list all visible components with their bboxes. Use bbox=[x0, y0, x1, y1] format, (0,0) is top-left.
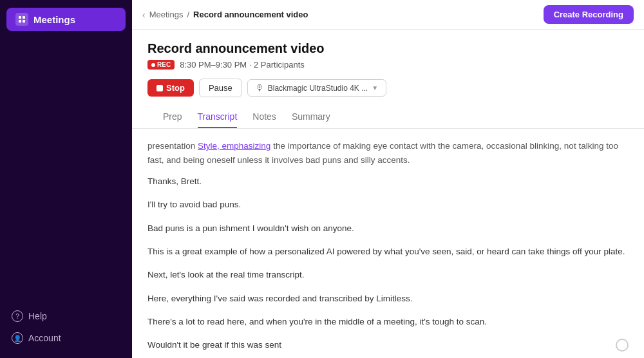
style-link[interactable]: Style, emphasizing bbox=[198, 141, 270, 151]
transcript-intro-text: presentation Style, emphasizing the impo… bbox=[147, 139, 629, 167]
stop-icon bbox=[156, 85, 163, 91]
tab-prep[interactable]: Prep bbox=[163, 106, 182, 128]
transcript-para-8: Wouldn't it be great if this was sent bbox=[147, 338, 629, 352]
transcript-content: presentation Style, emphasizing the impo… bbox=[132, 129, 644, 358]
tab-notes[interactable]: Notes bbox=[252, 106, 276, 128]
audio-device-label: Blackmagic UltraStudio 4K ... bbox=[268, 84, 368, 93]
meeting-controls: Stop Pause 🎙 Blackmagic UltraStudio 4K .… bbox=[147, 79, 629, 97]
svg-rect-0 bbox=[19, 16, 21, 19]
microphone-icon: 🎙 bbox=[256, 83, 264, 93]
transcript-para-2: I'll try to avoid bad puns. bbox=[147, 198, 629, 212]
account-icon: 👤 bbox=[12, 332, 23, 344]
rec-badge: REC bbox=[147, 60, 175, 70]
transcript-para-5: Next, let's look at the real time transc… bbox=[147, 268, 629, 282]
tabs-bar: Prep Transcript Notes Summary bbox=[147, 106, 629, 128]
svg-rect-1 bbox=[23, 16, 25, 19]
sidebar-help-label: Help bbox=[28, 311, 47, 321]
meetings-icon bbox=[15, 13, 28, 26]
sidebar: Meetings ? Help 👤 Account bbox=[0, 0, 132, 358]
sidebar-meetings-button[interactable]: Meetings bbox=[6, 8, 126, 31]
audio-device-selector[interactable]: 🎙 Blackmagic UltraStudio 4K ... ▼ bbox=[247, 79, 386, 97]
back-chevron-icon[interactable]: ‹ bbox=[142, 10, 146, 20]
breadcrumb-separator: / bbox=[187, 10, 189, 19]
meeting-title: Record announcement video bbox=[147, 41, 629, 56]
breadcrumb-current: Record announcement video bbox=[193, 10, 308, 19]
meeting-header: Record announcement video REC 8:30 PM–9:… bbox=[132, 30, 644, 129]
sidebar-meetings-label: Meetings bbox=[33, 14, 75, 25]
tab-transcript[interactable]: Transcript bbox=[198, 106, 238, 128]
sidebar-help-item[interactable]: ? Help bbox=[6, 306, 126, 326]
transcript-para-6: Here, everything I've said was recorded … bbox=[147, 292, 629, 306]
breadcrumb-parent: Meetings bbox=[149, 10, 184, 19]
meeting-time: 8:30 PM–9:30 PM · 2 Participants bbox=[180, 60, 305, 70]
sidebar-account-label: Account bbox=[28, 333, 61, 343]
main-content: ‹ Meetings / Record announcement video C… bbox=[132, 0, 644, 358]
svg-rect-2 bbox=[19, 20, 21, 23]
svg-rect-3 bbox=[23, 20, 25, 23]
breadcrumb: ‹ Meetings / Record announcement video bbox=[142, 10, 308, 20]
transcript-area: presentation Style, emphasizing the impo… bbox=[132, 129, 644, 358]
transcript-para-3: Bad puns is a pun ishment I wouldn't wis… bbox=[147, 221, 629, 236]
transcript-para-1: Thanks, Brett. bbox=[147, 174, 629, 189]
create-recording-button[interactable]: Create Recording bbox=[544, 5, 634, 24]
transcript-para-4: This is a great example of how a persona… bbox=[147, 245, 629, 259]
pause-button[interactable]: Pause bbox=[199, 79, 242, 97]
tab-summary[interactable]: Summary bbox=[292, 106, 330, 128]
loading-spinner-icon bbox=[616, 339, 629, 352]
meeting-meta: REC 8:30 PM–9:30 PM · 2 Participants bbox=[147, 60, 629, 70]
sidebar-account-item[interactable]: 👤 Account bbox=[6, 328, 126, 348]
help-icon: ? bbox=[12, 310, 23, 322]
rec-dot-icon bbox=[151, 63, 155, 67]
sidebar-bottom: ? Help 👤 Account bbox=[0, 299, 132, 358]
transcript-para-7: There's a lot to read here, and when you… bbox=[147, 315, 629, 329]
stop-button[interactable]: Stop bbox=[147, 79, 194, 97]
chevron-down-icon: ▼ bbox=[372, 84, 378, 91]
topbar: ‹ Meetings / Record announcement video C… bbox=[132, 0, 644, 30]
